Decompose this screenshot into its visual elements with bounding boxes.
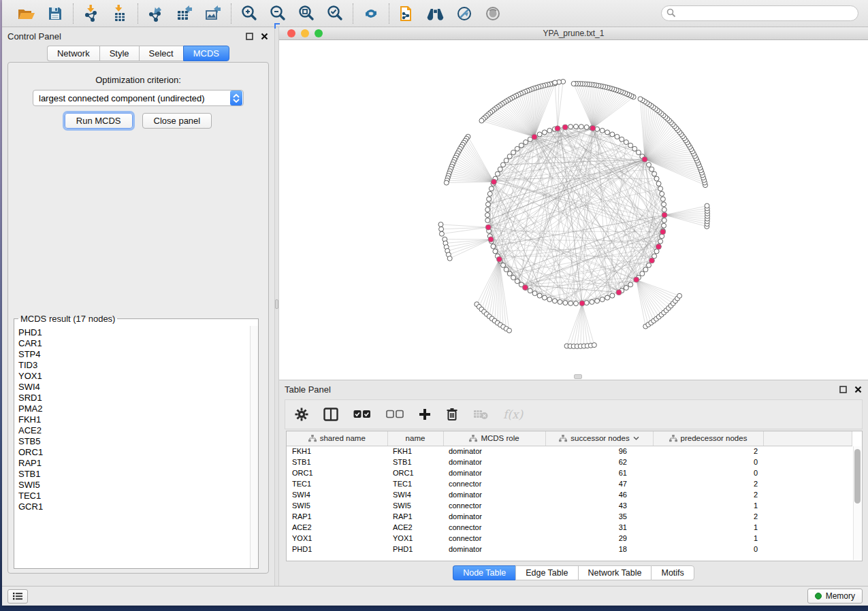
graph-node[interactable] [542,130,547,135]
graph-hub-node[interactable] [662,212,667,218]
graph-node[interactable] [528,288,532,293]
table-row[interactable]: SWI5SWI5connector431 [287,500,852,511]
float-table-panel-icon[interactable] [838,384,848,394]
graph-hub-node[interactable] [616,290,622,295]
add-column-icon[interactable] [419,408,431,420]
column-header-MCDS-role[interactable]: MCDS role [443,431,545,446]
graph-node[interactable] [640,271,645,276]
graph-node[interactable] [643,267,648,272]
optimization-criterion-select[interactable]: largest connected component (undirected) [33,90,244,106]
zoom-fit-icon[interactable] [297,4,316,23]
graph-node[interactable] [579,125,583,129]
table-row[interactable]: FKH1FKH1dominator962 [287,446,852,457]
graph-node[interactable] [656,181,661,186]
delete-icon[interactable] [446,408,458,421]
table-row[interactable]: YOX1YOX1connector291 [287,533,852,544]
graph-node[interactable] [610,293,615,298]
graph-node[interactable] [485,208,490,212]
tab-network[interactable]: Network [47,46,99,61]
run-mcds-button[interactable]: Run MCDS [65,113,133,129]
graph-node[interactable] [498,167,502,171]
graph-hub-node[interactable] [656,244,661,250]
graph-hub-node[interactable] [485,225,491,230]
mcds-result-item[interactable]: STP4 [18,349,250,360]
table-row[interactable]: TEC1TEC1connector472 [287,478,852,489]
graph-node[interactable] [628,143,633,148]
graph-node[interactable] [553,80,558,85]
graph-node[interactable] [605,130,610,135]
graph-hub-node[interactable] [532,134,537,139]
graph-node[interactable] [649,167,654,171]
memory-button[interactable]: Memory [807,589,863,604]
graph-node[interactable] [600,297,605,302]
graph-node[interactable] [638,97,643,101]
network-window-titlebar[interactable]: YPA_prune.txt_1 [279,27,868,40]
graph-node[interactable] [447,256,452,261]
graph-node[interactable] [615,134,620,139]
export-network-icon[interactable] [146,4,165,23]
show-panels-list-button[interactable] [7,589,28,604]
close-panel-icon[interactable] [259,31,269,41]
graph-hub-node[interactable] [590,125,596,131]
graph-node[interactable] [658,186,663,191]
graph-node[interactable] [507,154,512,159]
graph-node[interactable] [574,301,579,306]
graph-node[interactable] [507,328,512,333]
column-header-name[interactable]: name [387,431,443,446]
graph-node[interactable] [590,299,594,304]
graph-node[interactable] [705,203,709,208]
mcds-result-item[interactable]: GCR1 [18,501,250,512]
zoom-in-icon[interactable] [240,4,259,23]
graph-hub-node[interactable] [496,257,502,262]
graph-node[interactable] [568,125,573,129]
tab-node-table[interactable]: Node Table [453,565,515,580]
graph-node[interactable] [511,275,516,280]
column-header-shared-name[interactable]: shared name [287,431,387,446]
show-graphics-icon[interactable] [483,4,502,23]
share-network-icon[interactable] [398,4,417,23]
vertical-splitter-grip[interactable] [275,299,278,309]
open-session-icon[interactable] [17,4,36,23]
graph-hub-node[interactable] [660,229,666,235]
mcds-result-item[interactable]: STB5 [18,436,250,447]
close-table-panel-icon[interactable] [853,384,863,394]
table-row[interactable]: ACE2ACE2connector311 [287,522,852,533]
graph-node[interactable] [504,267,509,272]
mcds-result-item[interactable]: SWI4 [18,382,250,393]
tab-motifs[interactable]: Motifs [651,565,694,580]
select-all-checkboxes-icon[interactable] [353,410,371,419]
graph-hub-node[interactable] [579,301,585,306]
graph-hub-node[interactable] [555,126,560,131]
graph-hub-node[interactable] [522,284,528,290]
graph-hub-node[interactable] [649,258,654,263]
graph-node[interactable] [646,163,651,167]
graph-node[interactable] [610,132,615,137]
graph-node[interactable] [628,282,633,287]
save-session-icon[interactable] [46,4,65,23]
mcds-result-item[interactable]: PHD1 [18,327,250,338]
tab-style[interactable]: Style [99,46,139,61]
tab-select[interactable]: Select [139,46,183,61]
graph-node[interactable] [605,295,610,300]
graph-node[interactable] [592,343,596,348]
graph-node[interactable] [654,176,659,181]
graph-hub-node[interactable] [491,179,496,184]
graph-node[interactable] [491,244,496,249]
table-row[interactable]: SWI4SWI4dominator462 [287,489,852,500]
graph-node[interactable] [660,191,664,196]
hide-graphics-icon[interactable] [455,4,474,23]
tab-mcds[interactable]: MCDS [183,46,229,61]
table-row[interactable]: PHD1PHD1dominator180 [287,544,852,555]
graph-node[interactable] [646,263,651,267]
close-panel-button[interactable]: Close panel [142,113,212,129]
graph-node[interactable] [547,297,552,302]
tab-network-table[interactable]: Network Table [578,565,652,580]
network-canvas-wrap[interactable] [279,40,868,380]
graph-node[interactable] [479,118,484,123]
graph-node[interactable] [624,140,628,145]
graph-node[interactable] [515,279,519,284]
mcds-result-list[interactable]: PHD1CAR1STP4TID3YOX1SWI4SRD1PMA2FKH1ACE2… [14,326,250,568]
graph-node[interactable] [660,197,665,201]
import-network-icon[interactable] [82,4,101,23]
graph-node[interactable] [662,208,666,212]
